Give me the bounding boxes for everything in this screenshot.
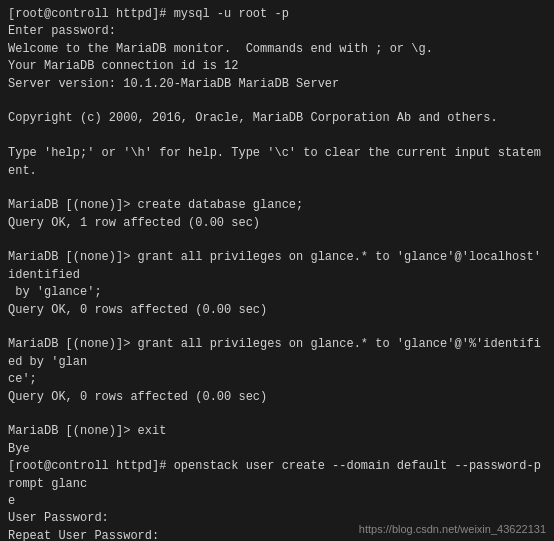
line-blank1 [8,93,546,110]
line-qok2: Query OK, 0 rows affected (0.00 sec) [8,302,546,319]
line-cmd3: MariaDB [(none)]> grant all privileges o… [8,249,546,284]
line-cmd1: [root@controll httpd]# mysql -u root -p [8,6,546,23]
line-pw: Enter password: [8,23,546,40]
line-cmd5: MariaDB [(none)]> exit [8,423,546,440]
line-blank4 [8,232,546,249]
line-cmd4: MariaDB [(none)]> grant all privileges o… [8,336,546,371]
line-blank5 [8,319,546,336]
line-qok3: Query OK, 0 rows affected (0.00 sec) [8,389,546,406]
line-bye: Bye [8,441,546,458]
watermark: https://blog.csdn.net/weixin_43622131 [359,523,546,535]
line-qok1: Query OK, 1 row affected (0.00 sec) [8,215,546,232]
line-welcome: Welcome to the MariaDB monitor. Commands… [8,41,546,58]
line-copyright: Copyright (c) 2000, 2016, Oracle, MariaD… [8,110,546,127]
line-cmd2: MariaDB [(none)]> create database glance… [8,197,546,214]
line-version: Server version: 10.1.20-MariaDB MariaDB … [8,76,546,93]
line-cmd4b: ce'; [8,371,546,388]
line-help: Type 'help;' or '\h' for help. Type '\c'… [8,145,546,180]
line-cmd6b: e [8,493,546,510]
line-blank2 [8,128,546,145]
line-blank3 [8,180,546,197]
line-cmd3b: by 'glance'; [8,284,546,301]
line-blank6 [8,406,546,423]
line-cmd6: [root@controll httpd]# openstack user cr… [8,458,546,493]
terminal: [root@controll httpd]# mysql -u root -p … [0,0,554,541]
line-connid: Your MariaDB connection id is 12 [8,58,546,75]
